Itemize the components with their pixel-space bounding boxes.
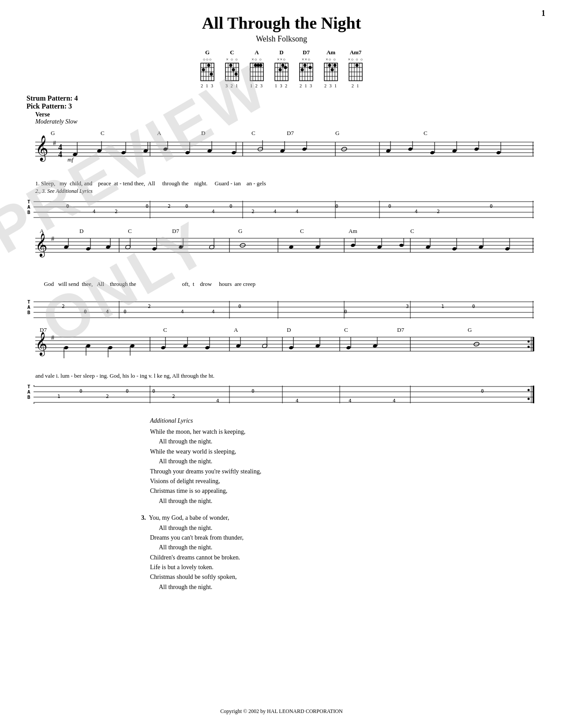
svg-text:4: 4 <box>296 398 299 404</box>
svg-point-113 <box>302 147 307 151</box>
svg-point-95 <box>97 149 101 153</box>
svg-point-54 <box>309 66 312 69</box>
svg-text:4: 4 <box>274 209 277 214</box>
svg-point-181 <box>105 245 110 249</box>
svg-point-268 <box>236 344 240 348</box>
svg-point-124 <box>474 147 479 151</box>
staff-svg-2: A D C D7 G C Am C 𝄞 # <box>26 227 537 271</box>
svg-point-318 <box>528 389 530 391</box>
svg-point-10 <box>210 73 213 76</box>
svg-point-101 <box>163 147 168 151</box>
svg-text:0: 0 <box>472 304 475 309</box>
svg-text:C: C <box>251 130 255 136</box>
verse-label: Verse <box>35 111 50 118</box>
svg-text:0: 0 <box>388 203 391 209</box>
svg-point-8 <box>202 68 205 71</box>
svg-point-116 <box>386 149 390 153</box>
svg-text:D7: D7 <box>397 326 404 333</box>
svg-text:4: 4 <box>393 398 396 404</box>
svg-text:2: 2 <box>106 394 109 399</box>
lyrics-row1: 1. Sleep, my child, and peace at - tend … <box>35 180 537 187</box>
svg-point-179 <box>86 247 90 251</box>
svg-text:C: C <box>101 130 105 136</box>
svg-text:D: D <box>79 228 83 234</box>
svg-text:4: 4 <box>93 209 96 214</box>
verse2-block: While the moon, her watch is keeping, Al… <box>150 427 537 506</box>
svg-text:1: 1 <box>441 304 444 309</box>
additional-lyrics-title: Additional Lyrics <box>150 417 537 424</box>
verse3-line6: Life is but a lovely token. <box>150 564 214 570</box>
svg-text:4: 4 <box>349 398 352 404</box>
svg-text:0: 0 <box>490 203 493 209</box>
strum-pattern: Strum Pattern: 4 <box>26 94 537 102</box>
svg-point-107 <box>231 150 236 154</box>
svg-point-276 <box>346 345 351 349</box>
verse2-line6: Visions of delight revealing, <box>150 478 220 484</box>
svg-text:D7: D7 <box>172 228 179 234</box>
svg-point-30 <box>254 64 257 67</box>
svg-point-31 <box>257 64 260 67</box>
svg-text:0: 0 <box>481 388 484 394</box>
svg-text:A: A <box>234 326 238 333</box>
svg-text:𝄞: 𝄞 <box>35 135 49 162</box>
svg-text:0: 0 <box>66 203 69 209</box>
svg-point-43 <box>284 66 287 69</box>
svg-point-105 <box>207 149 212 153</box>
verse2-line5: Through your dreams you're swiftly steal… <box>150 468 261 475</box>
svg-text:𝄞: 𝄞 <box>35 233 47 258</box>
staff-svg-3: D7 C A D C D7 G 𝄞 # <box>26 326 537 370</box>
verse3-line3: Dreams you can't break from thunder, <box>150 534 244 541</box>
additional-lyrics: Additional Lyrics While the moon, her wa… <box>26 417 537 592</box>
svg-text:0: 0 <box>251 388 255 394</box>
svg-point-21 <box>235 73 238 76</box>
svg-text:0: 0 <box>229 203 233 209</box>
svg-text:0: 0 <box>335 203 338 209</box>
svg-text:4: 4 <box>415 209 418 214</box>
svg-point-262 <box>161 345 165 349</box>
svg-text:C: C <box>163 326 167 333</box>
svg-point-122 <box>452 149 457 153</box>
svg-text:G: G <box>468 326 472 333</box>
svg-point-195 <box>350 243 355 247</box>
svg-text:D: D <box>287 326 291 333</box>
chord-d: D ××○ 1 3 2 <box>273 49 290 88</box>
svg-text:D7: D7 <box>287 130 294 136</box>
tempo-marking: Moderately Slow <box>35 118 537 125</box>
svg-point-126 <box>496 150 501 154</box>
svg-point-266 <box>205 345 210 349</box>
verse3-line7: Christmas should be softly spoken, <box>150 574 236 580</box>
chord-am7: Am7 ×○ ○ ○ 2 1 <box>347 49 364 88</box>
svg-text:0: 0 <box>185 203 188 209</box>
svg-point-319 <box>528 398 530 400</box>
svg-point-41 <box>279 68 282 71</box>
verse3-line2: All through the night. <box>159 525 212 531</box>
svg-text:4: 4 <box>181 309 184 315</box>
svg-text:2: 2 <box>437 209 440 214</box>
svg-point-205 <box>478 245 483 249</box>
music-section-2: A D C D7 G C Am C 𝄞 # <box>26 227 537 321</box>
chord-d7: D7 ××○ 2 1 3 <box>298 49 315 88</box>
svg-point-97 <box>121 150 126 154</box>
lyrics-row1b: 2., 3. See Additional Lyrics <box>35 188 537 195</box>
svg-point-185 <box>152 247 157 251</box>
staff-svg-1: G C A D C D7 G C 𝄞 4 4 # mf <box>26 129 537 177</box>
svg-point-193 <box>315 245 320 249</box>
svg-point-192 <box>289 245 293 249</box>
page-number: 1 <box>541 9 545 18</box>
svg-text:0: 0 <box>79 388 83 394</box>
svg-point-32 <box>259 64 263 67</box>
svg-point-258 <box>108 345 113 349</box>
svg-text:2: 2 <box>148 304 151 309</box>
svg-point-207 <box>505 247 510 251</box>
svg-point-197 <box>377 245 382 249</box>
chord-g: G ○○○ 2 1 3 <box>199 49 216 88</box>
svg-text:0: 0 <box>124 309 127 315</box>
chord-grid-g <box>199 62 216 83</box>
song-subtitle: Welsh Folksong <box>26 34 537 44</box>
svg-text:0: 0 <box>84 309 87 315</box>
svg-text:B: B <box>27 310 30 315</box>
svg-text:4: 4 <box>212 309 215 315</box>
svg-text:4: 4 <box>296 209 299 214</box>
svg-point-120 <box>430 150 435 154</box>
verse2-line7: Christmas time is so appealing, <box>150 488 227 494</box>
